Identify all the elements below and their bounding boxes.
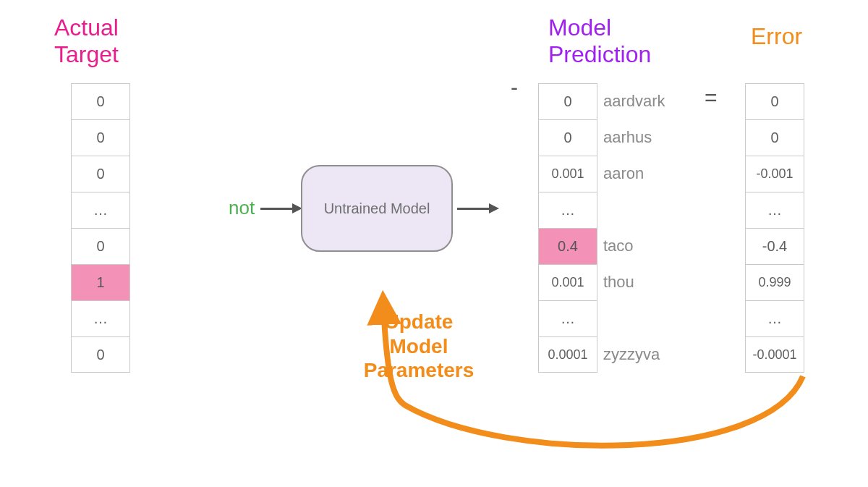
heading-model-prediction: Model Prediction — [548, 14, 651, 68]
prediction-vector: 0 0 0.001 … 0.4 0.001 … 0.0001 — [538, 83, 597, 373]
prediction-cell-highlight: 0.4 — [538, 228, 597, 264]
arrow-model-to-prediction — [457, 208, 489, 210]
error-cell: … — [745, 300, 804, 336]
prediction-cell: 0.001 — [538, 264, 597, 300]
error-cell: -0.0001 — [745, 336, 804, 373]
word-label: aardvark — [603, 83, 665, 119]
error-cell: 0 — [745, 83, 804, 119]
error-cell: -0.001 — [745, 156, 804, 192]
prediction-cell: 0.001 — [538, 156, 597, 192]
heading-actual-target: Actual Target — [54, 14, 119, 68]
error-cell: 0 — [745, 119, 804, 156]
word-label: aarhus — [603, 119, 665, 156]
target-cell: 0 — [71, 228, 130, 264]
word-label: thou — [603, 264, 665, 300]
model-box: Untrained Model — [301, 165, 453, 252]
target-cell-highlight: 1 — [71, 264, 130, 300]
target-vector: 0 0 0 … 0 1 … 0 — [71, 83, 130, 373]
error-vector: 0 0 -0.001 … -0.4 0.999 … -0.0001 — [745, 83, 804, 373]
prediction-word-labels: aardvark aarhus aaron taco thou zyzzyva — [603, 83, 665, 373]
target-cell: 0 — [71, 336, 130, 373]
arrow-input-to-model — [260, 208, 292, 210]
update-model-parameters-label: Update Model Parameters — [332, 310, 506, 383]
heading-error: Error — [751, 23, 802, 50]
word-label — [603, 192, 665, 228]
error-cell: 0.999 — [745, 264, 804, 300]
prediction-cell: 0 — [538, 83, 597, 119]
prediction-cell: … — [538, 300, 597, 336]
word-label: zyzzyva — [603, 336, 665, 373]
prediction-cell: 0.0001 — [538, 336, 597, 373]
error-cell: -0.4 — [745, 228, 804, 264]
word-label — [603, 300, 665, 336]
word-label: aaron — [603, 156, 665, 192]
target-cell: … — [71, 192, 130, 228]
equals-operator: = — [705, 85, 718, 110]
error-cell: … — [745, 192, 804, 228]
arrow-head-icon — [489, 203, 499, 213]
word-label: taco — [603, 228, 665, 264]
target-cell: 0 — [71, 119, 130, 156]
target-cell: 0 — [71, 83, 130, 119]
prediction-cell: 0 — [538, 119, 597, 156]
input-word-label: not — [229, 197, 255, 219]
minus-operator: - — [511, 75, 518, 100]
target-cell: 0 — [71, 156, 130, 192]
prediction-cell: … — [538, 192, 597, 228]
target-cell: … — [71, 300, 130, 336]
